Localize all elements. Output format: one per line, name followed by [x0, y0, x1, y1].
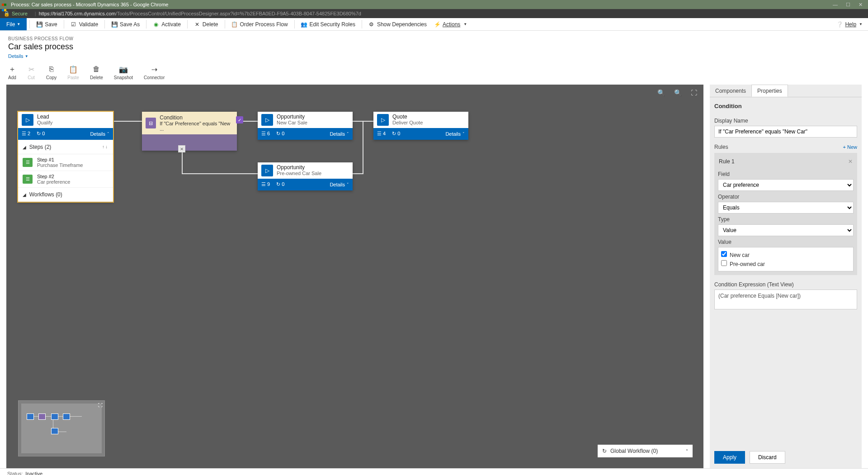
value-checkbox-newcar[interactable]	[721, 251, 727, 257]
connector-button[interactable]: ⇢Connector	[144, 65, 165, 80]
stage-lead[interactable]: ▷ Lead Qualify ☰ 2 ↻ 0 Details ˄ ◢ Ste	[18, 112, 113, 202]
stage-name: Qualify	[37, 120, 109, 126]
stage-name: Deliver Quote	[392, 120, 465, 126]
minimap-expand-icon[interactable]: ⛶	[98, 403, 103, 408]
validate-button[interactable]: ☑Validate	[67, 18, 102, 30]
properties-panel: Components Properties Condition Display …	[710, 85, 862, 468]
stage-entity: Opportunity	[277, 164, 349, 171]
cycles-count-icon: ↻ 0	[37, 131, 45, 137]
edit-security-roles-button[interactable]: 👥Edit Security Roles	[297, 18, 359, 30]
tab-components[interactable]: Components	[710, 85, 751, 97]
browser-addressbar: 🔒 Secure | https://trial1705.crm.dynamic…	[0, 9, 868, 18]
actions-menu[interactable]: ⚡Actions▼	[430, 18, 471, 30]
secure-indicator[interactable]: 🔒 Secure	[4, 11, 28, 17]
steps-count-icon: ☰ 9	[261, 181, 270, 187]
step-item[interactable]: ☰ Step #2 Car preference	[18, 171, 113, 188]
display-name-input[interactable]	[714, 126, 857, 138]
discard-button[interactable]: Discard	[750, 451, 785, 464]
copy-icon: ⎘	[47, 65, 56, 73]
value-option-newcar[interactable]: New car	[721, 250, 850, 259]
chevron-up-icon[interactable]: ˄	[686, 449, 688, 454]
add-button[interactable]: ＋Add	[8, 65, 16, 80]
expression-textview: (Car preference Equals [New car])	[714, 290, 857, 309]
connector-icon: ⇢	[150, 65, 158, 73]
step-item[interactable]: ☰ Step #1 Purchase Timeframe	[18, 154, 113, 171]
cycles-count-icon: ↻ 0	[276, 131, 284, 137]
show-dependencies-button[interactable]: ⚙Show Dependencies	[365, 18, 430, 30]
stage-details-toggle[interactable]: Details ˅	[445, 131, 465, 137]
help-button[interactable]: ❔Help▼	[831, 18, 868, 30]
stage-entity: Lead	[37, 114, 109, 120]
camera-icon: 📷	[119, 65, 127, 73]
stage-details-toggle[interactable]: Details ˅	[330, 131, 349, 137]
designer-canvas[interactable]: 🔍 🔍 ⛶ ▷ Lead Qualify	[6, 85, 703, 468]
url-text[interactable]: https://trial1705.crm.dynamics.com/Tools…	[39, 11, 361, 16]
snapshot-button[interactable]: 📷Snapshot	[114, 65, 133, 80]
condition-node[interactable]: ⊟ Condition If "Car Preference" equals "…	[142, 112, 237, 151]
value-checkbox-preowned[interactable]	[721, 260, 727, 266]
condition-delete-icon[interactable]: ✕	[178, 145, 185, 152]
paste-button[interactable]: 📋Paste	[67, 65, 79, 80]
cut-button[interactable]: ✂Cut	[27, 65, 35, 80]
plus-icon: ＋	[8, 65, 16, 73]
url-path: /Tools/ProcessControl/UnifiedProcessDesi…	[116, 11, 361, 16]
workflow-icon: ↻	[602, 448, 607, 454]
secure-label: Secure	[12, 11, 28, 16]
stage-opportunity-preowned[interactable]: ▷ Opportunity Pre-owned Car Sale ☰ 9 ↻ 0…	[258, 162, 353, 190]
window-minimize-icon[interactable]: —	[833, 2, 838, 8]
branch-icon: ⊟	[146, 118, 156, 128]
stage-details-toggle[interactable]: Details ˅	[330, 182, 349, 187]
app-favicon	[2, 1, 8, 8]
value-label: Value	[718, 239, 854, 245]
value-option-preowned[interactable]: Pre-owned car	[721, 259, 850, 268]
step-name: Car preference	[37, 179, 70, 185]
stage-icon: ▷	[261, 114, 273, 126]
window-title: Process: Car sales process - Microsoft D…	[11, 2, 833, 7]
panel-section-title: Condition	[714, 103, 857, 109]
stage-quote[interactable]: ▷ Quote Deliver Quote ☰ 4 ↻ 0 Details ˅	[373, 112, 468, 140]
stage-icon: ▷	[377, 114, 389, 126]
step-number: Step #1	[37, 157, 83, 162]
rule-close-icon[interactable]: ✕	[848, 158, 853, 165]
order-flow-button[interactable]: 📋Order Process Flow	[228, 18, 292, 30]
global-workflow-panel[interactable]: ↻Global Workflow (0) ˄	[598, 445, 693, 457]
copy-button[interactable]: ⎘Copy	[46, 65, 57, 80]
stage-name: Pre-owned Car Sale	[277, 171, 349, 176]
type-select[interactable]: Value	[718, 224, 854, 236]
file-menu[interactable]: File▼	[0, 18, 27, 30]
minimap[interactable]: ⛶	[18, 400, 105, 456]
details-toggle[interactable]: Details▼	[8, 53, 28, 59]
steps-count-icon: ☰ 2	[22, 131, 30, 137]
apply-button[interactable]: Apply	[714, 451, 745, 464]
step-name: Purchase Timeframe	[37, 162, 83, 168]
reorder-arrows-icon[interactable]: ↑↓	[102, 144, 108, 149]
window-maximize-icon[interactable]: ☐	[846, 2, 850, 8]
save-button[interactable]: 💾Save	[33, 18, 61, 30]
stage-icon: ▷	[261, 165, 273, 176]
stage-details-toggle[interactable]: Details ˄	[90, 131, 109, 137]
operator-select[interactable]: Equals	[718, 202, 854, 214]
roles-icon: 👥	[301, 21, 307, 28]
dependencies-icon: ⚙	[368, 21, 375, 28]
add-rule-button[interactable]: + New	[843, 144, 858, 150]
window-titlebar: Process: Car sales process - Microsoft D…	[0, 0, 868, 9]
activate-button[interactable]: ◉Activate	[149, 18, 184, 30]
delete-button[interactable]: 🗑Delete	[90, 65, 103, 80]
window-close-icon[interactable]: ✕	[859, 2, 863, 8]
field-select[interactable]: Car preference	[718, 179, 854, 191]
steps-section-header[interactable]: ◢ Steps (2) ↑↓	[18, 140, 113, 154]
save-icon: 💾	[36, 21, 42, 28]
rules-label: Rules	[714, 144, 728, 150]
tab-properties[interactable]: Properties	[751, 85, 788, 97]
workflows-section-header[interactable]: ◢ Workflows (0)	[18, 188, 113, 202]
scissors-icon: ✂	[27, 65, 35, 73]
url-domain: https://trial1705.crm.dynamics.com	[39, 11, 116, 16]
delete-process-button[interactable]: ✕Delete	[190, 18, 222, 30]
actions-icon: ⚡	[434, 21, 440, 28]
status-label: Status:	[7, 471, 23, 475]
save-as-button[interactable]: 💾Save As	[108, 18, 143, 30]
process-type-label: BUSINESS PROCESS FLOW	[8, 36, 860, 41]
delete-icon: ✕	[194, 21, 200, 28]
steps-count-icon: ☰ 4	[377, 131, 386, 137]
stage-opportunity-new[interactable]: ▷ Opportunity New Car Sale ☰ 6 ↻ 0 Detai…	[258, 112, 353, 140]
